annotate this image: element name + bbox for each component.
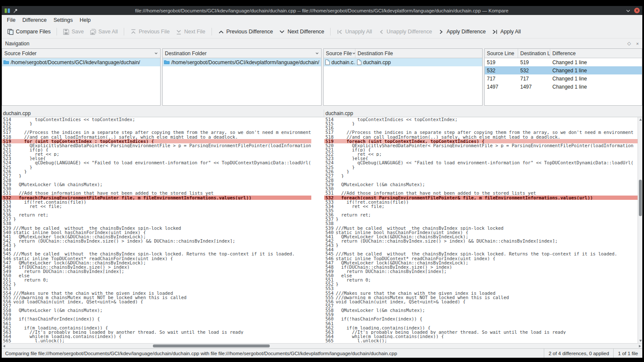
difference-row[interactable]: 14971497Changed 1 line: [485, 83, 642, 91]
scroll-right-arrow-icon[interactable]: [639, 345, 641, 347]
code-text: }: [13, 217, 311, 221]
navigation-dock-title: Navigation: [5, 41, 30, 47]
apply-all-button[interactable]: Apply All: [489, 27, 524, 36]
pin-icon[interactable]: [13, 8, 18, 13]
line-number: 565: [324, 338, 336, 343]
menu-difference[interactable]: Difference: [19, 15, 50, 25]
destination-folder-item[interactable]: /home/sergobot/Documents/GCI/kdevplatfor…: [163, 58, 321, 66]
differences-list: 519519Changed 1 line532532Changed 1 line…: [485, 58, 642, 105]
code-line: 559: [324, 312, 638, 317]
destination-pane[interactable]: 514 topContextIndices << topContextIndex…: [324, 117, 638, 343]
chevron-down-icon[interactable]: [315, 51, 319, 55]
destination-line-column-header[interactable]: Destination Line: [518, 49, 550, 58]
menu-settings[interactable]: Settings: [50, 15, 76, 25]
vertical-scrollbar-handle[interactable]: [639, 180, 642, 216]
code-text: [336, 304, 638, 308]
unapply-all-button[interactable]: Unapply All: [334, 27, 375, 36]
code-line: 520 QExplicitlySharedDataPointer< Parsin…: [2, 143, 311, 148]
code-text: //and can call loadInformation(..) safel…: [336, 135, 638, 139]
code-line: 557: [2, 304, 311, 308]
destination-folder-column-header[interactable]: Destination Folder: [163, 49, 321, 58]
code-line: 543}: [2, 243, 311, 247]
code-text: }: [336, 282, 638, 286]
code-text: if(DUChain::chainsByIndex.size() > index…: [13, 265, 311, 269]
code-text: [13, 221, 311, 226]
scroll-down-arrow-icon[interactable]: [639, 340, 642, 342]
source-folder-item[interactable]: /home/sergobot/Documents/GCI/kdev/langua…: [2, 58, 160, 66]
next-difference-button[interactable]: Next Difference: [276, 27, 327, 36]
code-text: ///Must be called _without_ the chainsBy…: [13, 252, 311, 256]
code-line: 540static inline bool hasChainForIndex(u…: [2, 230, 311, 234]
code-line: 562 if(m_loading.contains(index)) {: [324, 326, 638, 330]
difference-column-header[interactable]: Difference: [550, 49, 642, 58]
code-line: 518 //and can call loadInformation(..) s…: [324, 135, 638, 139]
scroll-up-arrow-icon[interactable]: [639, 119, 642, 121]
code-text: [13, 187, 311, 191]
save-button[interactable]: Save: [60, 27, 87, 36]
next-diff-icon: [279, 29, 285, 35]
code-line: 517 //Process the indices in a separate …: [324, 130, 638, 134]
menubar: File Difference Settings Help: [2, 15, 642, 25]
code-text: }else{: [13, 156, 311, 160]
difference-row[interactable]: 717717Changed 1 line: [485, 74, 642, 83]
apply-difference-button[interactable]: Apply Difference: [435, 27, 489, 36]
source-folder-column-header[interactable]: Source Folder: [2, 49, 160, 58]
scroll-left-arrow-icon[interactable]: [3, 345, 5, 347]
menu-file[interactable]: File: [3, 15, 19, 25]
code-text: ///Makes sure that the chain with the gi…: [13, 291, 311, 295]
code-line: 549 return DUChain::chainsByIndex[index]…: [324, 269, 638, 273]
compare-icon: [7, 29, 14, 35]
next-file-button[interactable]: Next File: [173, 27, 208, 36]
code-line: 526 }: [324, 169, 638, 174]
vertical-scrollbar[interactable]: [638, 117, 642, 343]
code-line: 544: [2, 247, 311, 252]
close-window-button[interactable]: ×: [634, 8, 640, 13]
compare-files-button[interactable]: Compare Files: [4, 27, 54, 36]
code-line: 557: [324, 304, 638, 308]
previous-difference-button[interactable]: Previous Difference: [215, 27, 276, 36]
destination-file-column-header[interactable]: Destination File: [355, 49, 482, 58]
code-text: //and can call loadInformation(..) safel…: [13, 135, 311, 139]
unapply-difference-button[interactable]: Unapply Difference: [375, 27, 435, 36]
code-text: static inline TopDUContext* readChainFor…: [336, 256, 638, 261]
code-line: 548 if(DUChain::chainsByIndex.size() > i…: [324, 265, 638, 269]
code-text: foreach(const ParsingEnvironmentFilePoin…: [336, 196, 638, 200]
file-pair-row[interactable]: duchain.c... duchain.cpp: [324, 58, 482, 66]
code-text: ret << file;: [336, 204, 638, 208]
menu-help[interactable]: Help: [76, 15, 94, 25]
code-line: 516: [2, 126, 311, 130]
code-line: 563 //It's probably being loaded by anot…: [324, 330, 638, 334]
code-text: [13, 304, 311, 308]
chevron-down-icon[interactable]: [154, 51, 158, 55]
code-text: qCDebug(LANGUAGE) << "Failed to load env…: [13, 160, 311, 165]
code-text: QMutexLocker l(&m_chainsMutex);: [336, 182, 638, 187]
code-line: 515 }: [2, 122, 311, 126]
horizontal-scrollbar-handle[interactable]: [153, 344, 270, 347]
code-text: [336, 321, 638, 326]
kompare-window: file:///home/sergobot/Documents/GCI/kdev…: [2, 6, 642, 358]
unapply-diff-icon: [378, 29, 385, 35]
code-text: }: [13, 165, 311, 169]
titlebar[interactable]: file:///home/sergobot/Documents/GCI/kdev…: [2, 6, 642, 15]
code-line: 514 topContextIndices << topContextIndex…: [324, 117, 638, 122]
source-pane[interactable]: 514 topContextIndices << topContextIndex…: [2, 117, 324, 343]
code-text: l.unlock();: [336, 338, 638, 343]
previous-file-button[interactable]: Previous File: [127, 27, 173, 36]
horizontal-scrollbar[interactable]: [2, 343, 642, 348]
shade-window-icon[interactable]: [626, 8, 631, 13]
code-text: QMutexLocker l(&m_chainsMutex);: [13, 182, 311, 187]
source-file-column-header[interactable]: Source File: [324, 49, 355, 58]
float-dock-icon[interactable]: ◇: [627, 41, 631, 46]
code-line: 537}: [2, 217, 311, 221]
difference-row[interactable]: 519519Changed 1 line: [485, 58, 642, 66]
code-text: return DUChain::chainsByIndex[index];: [13, 269, 311, 273]
navigation-panels: Source Folder /home/sergobot/Documents/G…: [2, 48, 642, 106]
code-line: 565 l.unlock();: [324, 338, 638, 343]
code-line: 560 if(!hasChainForIndex(index)) {: [324, 317, 638, 321]
code-line: 546static inline TopDUContext* readChain…: [324, 256, 638, 261]
source-line-column-header[interactable]: Source Line: [485, 49, 518, 58]
chevron-down-icon[interactable]: [352, 51, 355, 55]
close-dock-icon[interactable]: ×: [636, 41, 639, 46]
save-all-button[interactable]: Save All: [87, 27, 121, 36]
difference-row[interactable]: 532532Changed 1 line: [485, 66, 642, 74]
